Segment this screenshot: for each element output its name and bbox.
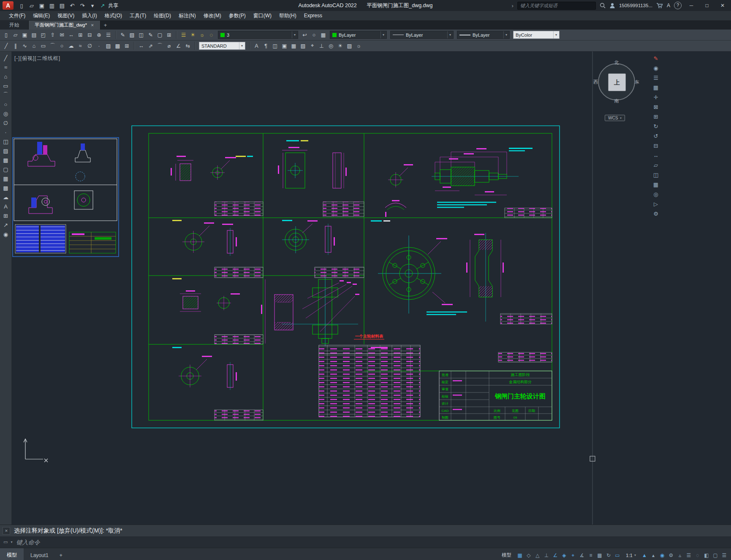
menu-file[interactable]: 文件(F) bbox=[5, 11, 29, 20]
nav-settings-icon[interactable]: ⚙ bbox=[651, 209, 660, 218]
command-customize-icon[interactable]: ▭ bbox=[3, 539, 8, 545]
clean-screen-icon[interactable]: ▢ bbox=[711, 551, 720, 560]
minimize-button[interactable]: ─ bbox=[685, 3, 697, 8]
graphics-performance-icon[interactable]: ◧ bbox=[702, 551, 711, 560]
menu-draw[interactable]: 绘图(D) bbox=[150, 11, 175, 20]
table-icon[interactable]: ⊞ bbox=[122, 41, 131, 50]
measure-distance-icon[interactable]: ↔ bbox=[651, 151, 660, 160]
pan-hand-icon[interactable]: ✛ bbox=[651, 93, 660, 101]
dynamic-input-icon[interactable]: ▭ bbox=[613, 551, 622, 560]
dim-radius-icon[interactable]: ⌒ bbox=[155, 41, 164, 50]
layer-properties-icon[interactable]: ☰ bbox=[179, 30, 188, 39]
table-cell2[interactable] bbox=[323, 202, 364, 216]
tab-drawing-active[interactable]: 平面钢闸门施工图_dwg* ✕ bbox=[29, 21, 101, 30]
zoom-window-icon[interactable]: ⊞ bbox=[76, 30, 85, 39]
qplot-icon[interactable]: ▤ bbox=[30, 30, 38, 39]
quick-dim-icon[interactable]: ⇆ bbox=[183, 41, 192, 50]
qnew-icon[interactable]: ▯ bbox=[2, 30, 11, 39]
zoom-extents-icon[interactable]: ⊠ bbox=[651, 103, 660, 111]
ellipse-icon[interactable]: ∅ bbox=[85, 41, 94, 50]
gradient-icon[interactable]: ▩ bbox=[113, 41, 122, 50]
measure-area-icon[interactable]: ▱ bbox=[651, 161, 660, 169]
object-snap-icon[interactable]: ⌖ bbox=[569, 551, 577, 560]
layer-unlock-icon[interactable]: ○ bbox=[310, 30, 318, 39]
isometric-draft-icon[interactable]: ◈ bbox=[560, 551, 568, 560]
menu-modify[interactable]: 修改(M) bbox=[200, 11, 225, 20]
table-cell7[interactable] bbox=[215, 335, 263, 344]
lights-tool-icon[interactable]: ☼ bbox=[354, 41, 363, 50]
sheet-set-icon[interactable]: ◫ bbox=[137, 30, 146, 39]
viewcube-south-label[interactable]: 南 bbox=[614, 98, 619, 104]
table-cell5[interactable] bbox=[315, 267, 364, 278]
rectangle-icon[interactable]: ▭ bbox=[1, 81, 11, 90]
menu-format[interactable]: 格式(O) bbox=[101, 11, 126, 20]
line-icon[interactable]: ╱ bbox=[1, 54, 11, 62]
parts-material-table[interactable] bbox=[319, 345, 420, 417]
color-combo-caret-icon[interactable]: ▾ bbox=[380, 31, 384, 38]
polar-tracking-icon[interactable]: ∠ bbox=[551, 551, 560, 560]
sheet-views-icon[interactable]: ◫ bbox=[651, 170, 660, 179]
view-pin-part[interactable] bbox=[172, 278, 240, 311]
model-tab[interactable]: 模型 bbox=[0, 548, 24, 560]
tab-start[interactable]: 开始 bbox=[0, 21, 29, 30]
autodesk-apps-icon[interactable]: A bbox=[667, 3, 670, 8]
table-cell3[interactable] bbox=[505, 208, 552, 218]
table-cell6-a[interactable] bbox=[500, 314, 552, 324]
linetype-combo-caret-icon[interactable]: ▾ bbox=[447, 31, 451, 38]
keyword-search-input[interactable] bbox=[517, 2, 596, 10]
qcalc-icon[interactable]: ⊞ bbox=[165, 30, 174, 39]
match-properties-icon[interactable]: ✎ bbox=[118, 30, 127, 39]
ortho-icon[interactable]: ⊥ bbox=[542, 551, 551, 560]
viewcube-west-label[interactable]: 西 bbox=[593, 79, 598, 85]
text-style-combo-caret-icon[interactable]: ▾ bbox=[239, 42, 243, 49]
view-wheel-axle-assembly[interactable] bbox=[261, 277, 359, 346]
dim-angular-icon[interactable]: ∠ bbox=[174, 41, 183, 50]
block-editor-icon[interactable]: ▢ bbox=[155, 30, 164, 39]
layer-combo[interactable]: 3 ▾ bbox=[218, 31, 298, 39]
app-logo-icon[interactable]: A bbox=[3, 1, 14, 10]
ellipse-icon[interactable]: ∅ bbox=[1, 119, 11, 127]
arc-icon[interactable]: ⌒ bbox=[1, 91, 11, 99]
new-file-icon[interactable]: ▯ bbox=[17, 1, 26, 10]
layer-off-icon[interactable]: ◌ bbox=[207, 30, 216, 39]
gradient-icon[interactable]: ▩ bbox=[1, 156, 11, 164]
color-combo[interactable]: ByLayer ▾ bbox=[330, 31, 387, 39]
polygon-icon[interactable]: ⌂ bbox=[30, 41, 38, 50]
title-block[interactable]: 批准 核定 审查 校核 设计 CAD 制图 施工图阶段 金属结构部分 钢闸门主轮… bbox=[439, 371, 552, 420]
selection-cycling-icon[interactable]: ↻ bbox=[604, 551, 613, 560]
viewcube-north-label[interactable]: 北 bbox=[614, 60, 619, 66]
layer-state-icon[interactable]: ▦ bbox=[319, 30, 328, 39]
spline-icon[interactable]: ≈ bbox=[1, 63, 11, 71]
named-views-icon[interactable]: ◎ bbox=[326, 41, 335, 50]
region-icon[interactable]: ▦ bbox=[1, 174, 11, 183]
open-file-icon[interactable]: ▱ bbox=[27, 1, 36, 10]
batch-plot-icon[interactable]: ▧ bbox=[128, 30, 136, 39]
layer-group-icon[interactable]: ☰ bbox=[651, 73, 660, 82]
customize-dropdown-icon[interactable]: ▾ bbox=[88, 1, 97, 10]
steering-wheel-icon[interactable]: ◎ bbox=[651, 190, 660, 198]
qopen-icon[interactable]: ▱ bbox=[11, 30, 20, 39]
view-hub-part[interactable] bbox=[172, 220, 237, 256]
text-icon[interactable]: A bbox=[1, 202, 11, 211]
command-close-icon[interactable]: ✕ bbox=[3, 527, 10, 535]
customize-icon[interactable]: ☰ bbox=[720, 551, 728, 560]
quick-properties-icon[interactable]: ☰ bbox=[685, 551, 693, 560]
layer-match-icon[interactable]: ☼ bbox=[198, 30, 207, 39]
grid-icon[interactable]: ▦ bbox=[516, 551, 524, 560]
ucs-icon-icon[interactable]: ⊥ bbox=[317, 41, 326, 50]
object-isolate-icon[interactable]: ◌ bbox=[693, 551, 702, 560]
search-collapse-icon[interactable]: › bbox=[512, 3, 514, 9]
drawing-viewport[interactable]: 一个主轮材料表 bbox=[12, 51, 731, 525]
properties-icon[interactable]: ☰ bbox=[104, 30, 113, 39]
undo-icon[interactable]: ↶ bbox=[68, 1, 77, 10]
view-bracket-part[interactable] bbox=[171, 156, 253, 181]
new-layout-button[interactable]: + bbox=[55, 548, 67, 560]
construction-line-icon[interactable]: ∥ bbox=[11, 41, 20, 50]
viewcube-top-face[interactable]: 上 bbox=[608, 73, 626, 91]
boundary-icon[interactable]: ▢ bbox=[1, 165, 11, 173]
view-shaft-assembly[interactable] bbox=[385, 148, 533, 217]
block-insert-icon[interactable]: ◫ bbox=[271, 41, 280, 50]
table-cell4[interactable] bbox=[215, 267, 263, 278]
model-views-icon[interactable]: ▦ bbox=[651, 180, 660, 189]
dim-aligned-icon[interactable]: ⇗ bbox=[146, 41, 155, 50]
